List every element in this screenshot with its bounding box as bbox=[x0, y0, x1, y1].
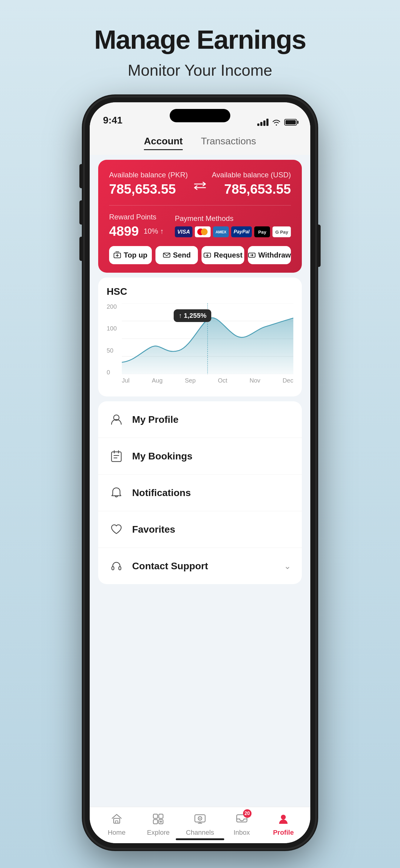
chart-card: HSC 200 100 50 0 bbox=[98, 278, 302, 397]
payment-methods: VISA AMEX PayPal Pay G bbox=[175, 226, 291, 237]
heart-icon bbox=[109, 522, 124, 536]
person-icon bbox=[109, 412, 124, 427]
nav-home[interactable]: Home bbox=[96, 811, 138, 837]
paypal-badge: PayPal bbox=[231, 226, 252, 237]
nav-profile[interactable]: Profile bbox=[262, 811, 304, 837]
svg-point-32 bbox=[199, 818, 201, 819]
inbox-icon: 20 bbox=[234, 811, 250, 827]
menu-bookings-label: My Bookings bbox=[132, 451, 291, 462]
menu-support-label: Contact Support bbox=[132, 560, 276, 572]
dynamic-island bbox=[170, 109, 230, 122]
phone-frame: 9:41 bbox=[85, 97, 315, 848]
screen-content: Account Transactions Available balance (… bbox=[90, 129, 310, 807]
status-time: 9:41 bbox=[103, 115, 122, 126]
svg-rect-22 bbox=[119, 566, 121, 570]
topup-button[interactable]: Top up bbox=[109, 246, 152, 264]
chart-title: HSC bbox=[107, 286, 293, 297]
page-subtitle: Monitor Your Income bbox=[128, 61, 273, 79]
chart-y-labels: 200 100 50 0 bbox=[107, 303, 122, 376]
profile-nav-icon bbox=[276, 811, 291, 827]
menu-card: My Profile My bbox=[98, 401, 302, 584]
visa-badge: VISA bbox=[175, 226, 193, 237]
nav-channels[interactable]: Channels bbox=[179, 811, 221, 837]
chart-x-labels: Jul Aug Sep Oct Nov Dec bbox=[122, 377, 293, 388]
svg-rect-26 bbox=[159, 814, 163, 818]
balance-card: Available balance (PKR) 785,653.55 Avail… bbox=[98, 160, 302, 273]
menu-item-favorites[interactable]: Favorites bbox=[98, 511, 302, 548]
balance-pkr-amount: 785,653.55 bbox=[109, 182, 191, 197]
headphone-icon bbox=[109, 559, 124, 573]
header-tabs: Account Transactions bbox=[90, 129, 310, 155]
transfer-icon[interactable] bbox=[191, 177, 209, 195]
nav-inbox-label: Inbox bbox=[234, 829, 250, 837]
inbox-badge: 20 bbox=[243, 809, 252, 818]
svg-rect-25 bbox=[153, 814, 158, 818]
wifi-icon bbox=[272, 119, 281, 126]
rewards-label: Reward Points bbox=[109, 213, 164, 221]
svg-rect-21 bbox=[112, 566, 114, 570]
chart-tooltip: ↑ 1,255% bbox=[174, 309, 211, 322]
menu-favorites-label: Favorites bbox=[132, 524, 291, 535]
svg-rect-16 bbox=[112, 452, 121, 462]
nav-profile-label: Profile bbox=[273, 829, 294, 837]
send-button[interactable]: Send bbox=[155, 246, 198, 264]
status-icons bbox=[257, 119, 297, 126]
bottom-nav: Home Explore bbox=[90, 807, 310, 843]
chart-area: 200 100 50 0 bbox=[107, 303, 293, 388]
balance-pkr-label: Available balance (PKR) bbox=[109, 171, 191, 179]
menu-item-support[interactable]: Contact Support ⌄ bbox=[98, 548, 302, 584]
home-icon bbox=[109, 811, 124, 827]
balance-usd-amount: 785,653.55 bbox=[209, 182, 291, 197]
tab-transactions[interactable]: Transactions bbox=[201, 135, 256, 150]
menu-item-bookings[interactable]: My Bookings bbox=[98, 438, 302, 474]
action-buttons: Top up Send bbox=[109, 246, 291, 264]
amex-badge: AMEX bbox=[213, 226, 229, 237]
rewards-section: Reward Points 4899 10% ↑ bbox=[109, 213, 164, 239]
bell-icon bbox=[109, 486, 124, 500]
nav-inbox[interactable]: 20 Inbox bbox=[221, 811, 263, 837]
balance-usd-section: Available balance (USD) 785,653.55 bbox=[209, 171, 291, 197]
applepay-badge: Pay bbox=[254, 226, 270, 237]
bookings-icon bbox=[109, 449, 124, 463]
nav-explore-label: Explore bbox=[147, 829, 170, 837]
home-indicator bbox=[176, 838, 224, 840]
battery-icon bbox=[284, 119, 297, 126]
channels-icon bbox=[192, 811, 208, 827]
rewards-amount: 4899 bbox=[109, 224, 139, 239]
request-button[interactable]: Request bbox=[201, 246, 244, 264]
menu-profile-label: My Profile bbox=[132, 414, 291, 425]
menu-item-profile[interactable]: My Profile bbox=[98, 401, 302, 438]
nav-explore[interactable]: Explore bbox=[138, 811, 179, 837]
balance-pkr-section: Available balance (PKR) 785,653.55 bbox=[109, 171, 191, 197]
payment-label: Payment Methods bbox=[175, 214, 291, 223]
tab-account[interactable]: Account bbox=[144, 135, 183, 150]
explore-icon bbox=[150, 811, 166, 827]
googlepay-badge: G Pay bbox=[273, 226, 291, 237]
menu-item-notifications[interactable]: Notifications bbox=[98, 474, 302, 511]
svg-rect-27 bbox=[153, 819, 158, 824]
balance-usd-label: Available balance (USD) bbox=[209, 171, 291, 179]
rewards-percent: 10% ↑ bbox=[144, 227, 164, 236]
page-title: Manage Earnings bbox=[94, 24, 306, 55]
svg-point-34 bbox=[281, 815, 286, 819]
nav-home-label: Home bbox=[108, 829, 125, 837]
withdraw-button[interactable]: Withdraw bbox=[248, 246, 291, 264]
signal-icon bbox=[257, 119, 268, 126]
mastercard-badge bbox=[195, 226, 210, 237]
menu-notifications-label: Notifications bbox=[132, 487, 291, 498]
nav-channels-label: Channels bbox=[186, 829, 214, 837]
payment-section: Payment Methods VISA AMEX bbox=[175, 214, 291, 237]
phone-screen: 9:41 bbox=[90, 102, 310, 843]
chevron-down-icon: ⌄ bbox=[284, 561, 291, 571]
